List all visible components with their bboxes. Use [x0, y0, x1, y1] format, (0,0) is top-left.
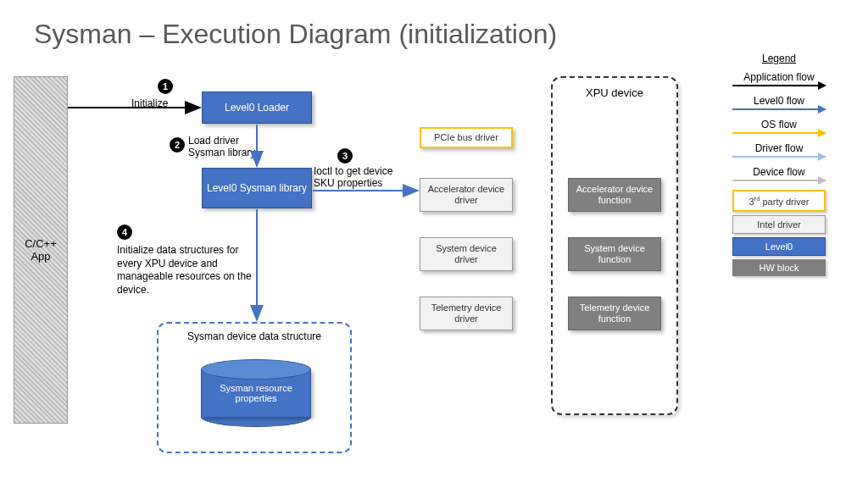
legend-hw: HW block	[732, 259, 826, 276]
step-1-label: Initialize	[131, 97, 168, 109]
pcie-driver-box: PCIe bus driver	[420, 127, 513, 148]
arrow-icon	[732, 156, 826, 158]
step-4-badge: 4	[117, 225, 132, 240]
legend-l0-flow: Level0 flow	[715, 95, 843, 110]
legend-label: Application flow	[743, 71, 814, 83]
legend-title: Legend	[715, 53, 843, 64]
step-3-label: Ioctl to get device SKU properties	[314, 165, 415, 189]
level0-sysman-lib-box: Level0 Sysman library	[202, 168, 312, 208]
arrow-icon	[732, 180, 826, 181]
app-block: C/C++ App	[14, 76, 68, 424]
arrow-icon	[732, 108, 826, 110]
legend-label: Level0 flow	[754, 95, 804, 107]
step-1-badge: 1	[158, 79, 173, 94]
legend-intel-driver: Intel driver	[732, 215, 826, 234]
legend-label: Driver flow	[755, 142, 804, 154]
legend-level0: Level0	[732, 237, 826, 256]
step-4-label: Initialize data structures for every XPU…	[117, 244, 257, 297]
legend-third-party: 3rd party driver	[732, 190, 826, 212]
system-function-box: System device function	[568, 237, 661, 271]
legend-os-flow: OS flow	[715, 119, 843, 134]
cylinder-label: Sysman resource properties	[207, 383, 305, 403]
arrow-icon	[732, 85, 826, 86]
legend-label: OS flow	[761, 119, 797, 130]
step-3-badge: 3	[337, 148, 353, 164]
system-driver-box: System device driver	[420, 237, 513, 271]
step-2-badge: 2	[170, 137, 185, 152]
data-structure-title: Sysman device data structure	[165, 330, 343, 342]
data-structure-container: Sysman device data structure Sysman reso…	[157, 322, 352, 453]
page-title: Sysman – Execution Diagram (initializati…	[34, 19, 557, 50]
legend-drv-flow: Driver flow	[715, 142, 843, 158]
arrow-icon	[732, 132, 826, 134]
level0-loader-box: Level0 Loader	[202, 92, 312, 124]
legend-dev-flow: Device flow	[715, 166, 843, 181]
step-2-label: Load driver Sysman library	[188, 135, 255, 158]
accelerator-function-box: Accelerator device function	[568, 178, 661, 212]
legend-app-flow: Application flow	[715, 71, 843, 86]
telemetry-driver-box: Telemetry device driver	[420, 297, 513, 330]
app-block-label: C/C++ App	[25, 237, 57, 263]
accelerator-driver-box: Accelerator device driver	[420, 178, 513, 212]
legend-panel: Legend Application flow Level0 flow OS f…	[715, 53, 843, 280]
xpu-title: XPU device	[559, 86, 670, 99]
cylinder-icon: Sysman resource properties	[201, 359, 311, 427]
telemetry-function-box: Telemetry device function	[568, 297, 661, 330]
legend-label: Device flow	[753, 166, 804, 178]
